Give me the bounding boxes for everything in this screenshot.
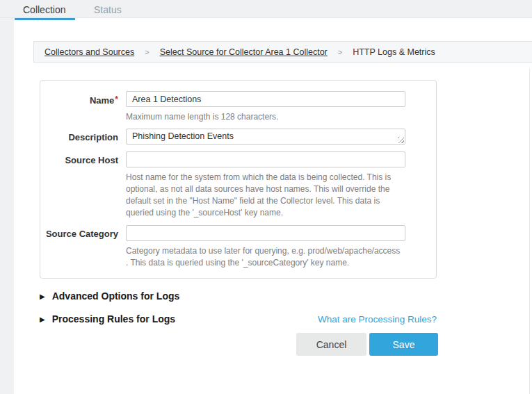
form-column: Name* Maximum name length is 128 charact… (40, 80, 438, 356)
breadcrumb-link-collectors-and-sources[interactable]: Collectors and Sources (45, 47, 134, 57)
processing-rules-toggle[interactable]: ▶ Processing Rules for Logs (40, 313, 175, 325)
name-label: Name* (40, 91, 118, 106)
name-input[interactable] (126, 91, 405, 107)
breadcrumb-separator-icon: > (338, 48, 342, 56)
name-label-text: Name (90, 95, 114, 106)
source-host-help-text: Host name for the system from which the … (126, 172, 403, 219)
breadcrumb-current-page: HTTP Logs & Metrics (353, 47, 435, 57)
content-area: Collectors and Sources > Select Source f… (14, 18, 532, 394)
tab-status[interactable]: Status (94, 4, 122, 15)
description-label: Description (40, 129, 118, 142)
cancel-button[interactable]: Cancel (296, 333, 366, 356)
source-config-panel: Name* Maximum name length is 128 charact… (40, 80, 437, 279)
advanced-options-label: Advanced Options for Logs (52, 290, 180, 302)
processing-rules-label: Processing Rules for Logs (52, 313, 175, 325)
advanced-options-toggle[interactable]: ▶ Advanced Options for Logs (40, 290, 179, 302)
source-category-label: Source Category (40, 225, 118, 239)
source-host-label: Source Host (40, 151, 118, 165)
source-host-input[interactable] (126, 151, 405, 167)
description-textarea[interactable]: Phishing Detection Events (126, 129, 405, 145)
required-asterisk: * (115, 95, 118, 104)
source-category-help-text: Category metadata to use later for query… (126, 245, 403, 269)
right-panel-border (529, 68, 530, 394)
source-category-input[interactable] (126, 225, 405, 241)
breadcrumb-separator-icon: > (145, 48, 149, 56)
breadcrumb: Collectors and Sources > Select Source f… (33, 41, 532, 63)
resize-handle-icon[interactable] (398, 137, 404, 143)
caret-right-icon: ▶ (40, 293, 45, 300)
caret-right-icon: ▶ (40, 315, 45, 323)
name-help-text: Maximum name length is 128 characters. (126, 111, 403, 123)
form-actions: Cancel Save (40, 333, 438, 356)
save-button[interactable]: Save (369, 333, 438, 356)
tab-bar: Collection Status (0, 0, 532, 18)
what-are-processing-rules-link[interactable]: What are Processing Rules? (318, 314, 437, 325)
tab-collection[interactable]: Collection (23, 4, 65, 15)
active-tab-indicator (15, 18, 75, 20)
breadcrumb-link-select-source[interactable]: Select Source for Collector Area 1 Colle… (160, 47, 328, 57)
